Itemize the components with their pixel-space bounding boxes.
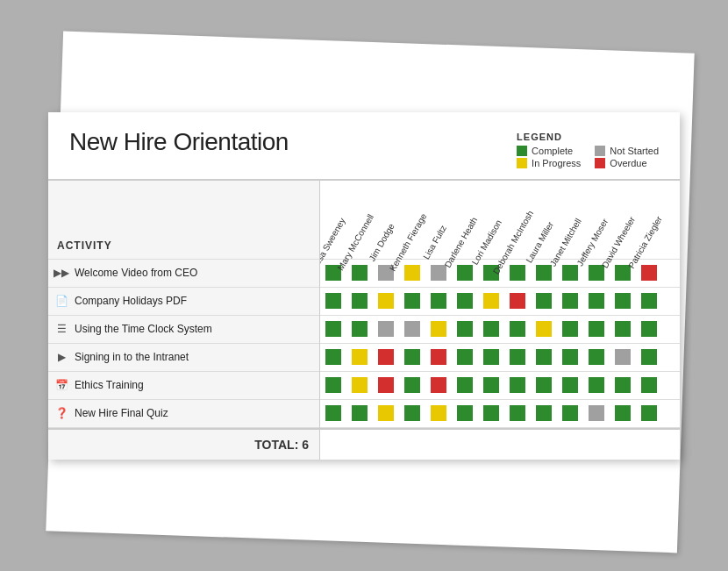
grid-row-3	[320, 344, 680, 372]
grid-cell-2-0	[320, 315, 346, 343]
grid-row-1	[320, 288, 680, 316]
status-box-3-11	[615, 349, 631, 365]
status-box-1-5	[457, 293, 473, 309]
status-box-4-1	[352, 377, 368, 393]
grid-cell-5-1	[346, 399, 373, 427]
status-box-5-9	[562, 405, 578, 421]
total-label: TOTAL: 6	[254, 438, 309, 452]
grid-cell-5-3	[399, 399, 425, 427]
status-box-4-3	[404, 377, 420, 393]
grid-cell-1-11	[610, 287, 636, 315]
grid-cell-4-3	[399, 371, 425, 399]
activity-label-3: Signing in to the Intranet	[75, 351, 189, 363]
status-box-2-9	[562, 321, 578, 337]
status-box-3-3	[404, 349, 420, 365]
status-box-2-10	[589, 321, 604, 337]
overdue-label: Overdue	[610, 158, 646, 168]
legend: LEGEND Complete Not Started In Progress …	[517, 128, 659, 168]
grid-cell-0-7	[504, 259, 531, 287]
grid-cell-3-7	[504, 343, 531, 371]
status-box-1-12	[641, 293, 657, 309]
grid-cell-1-5	[452, 287, 478, 315]
status-box-1-2	[378, 293, 394, 309]
activity-icon-3: ▶	[54, 351, 69, 363]
status-box-3-0	[325, 349, 341, 365]
grid-cell-4-10	[583, 371, 610, 399]
name-cell-12: Patricia Ziegler	[636, 235, 662, 255]
grid-cell-1-10	[583, 287, 610, 315]
status-box-5-7	[510, 405, 525, 421]
name-cell-6: Lori Madison	[478, 235, 504, 255]
status-box-5-10	[589, 405, 604, 421]
grid-cell-0-3	[399, 259, 425, 287]
grid-cell-3-3	[399, 343, 425, 371]
grid-cell-4-1	[346, 371, 373, 399]
grid-cell-4-9	[557, 371, 583, 399]
grid-cell-3-0	[320, 343, 346, 371]
name-cell-0: Lisa Sweeney	[320, 235, 346, 255]
status-box-0-12	[641, 265, 657, 281]
activity-row-4: 📅Ethics Training	[48, 372, 319, 400]
status-box-3-5	[457, 349, 473, 365]
activity-label-4: Ethics Training	[75, 379, 144, 391]
status-box-5-6	[483, 405, 499, 421]
grid-cell-3-8	[531, 343, 557, 371]
name-cell-7: Deborah McIntosh	[504, 235, 531, 255]
status-box-0-11	[615, 265, 631, 281]
status-box-1-6	[483, 293, 499, 309]
grid-cell-3-10	[583, 343, 610, 371]
status-box-1-1	[352, 293, 368, 309]
legend-not-started: Not Started	[595, 146, 659, 156]
status-box-1-4	[431, 293, 446, 309]
activity-row-2: ☰Using the Time Clock System	[48, 316, 319, 344]
grid-cell-3-9	[557, 343, 583, 371]
status-box-1-3	[404, 293, 420, 309]
status-box-4-11	[615, 377, 631, 393]
status-box-4-4	[431, 377, 446, 393]
status-box-1-0	[325, 293, 341, 309]
status-box-0-5	[457, 265, 473, 281]
grid-cell-1-2	[373, 287, 399, 315]
grid-row-2	[320, 316, 680, 344]
status-box-3-4	[431, 349, 446, 365]
status-box-2-4	[431, 321, 446, 337]
not-started-label: Not Started	[610, 146, 659, 156]
status-box-4-7	[510, 377, 525, 393]
name-cell-3: Kenneth Fierage	[399, 235, 425, 255]
grid-cell-1-4	[425, 287, 452, 315]
grid-cell-4-6	[478, 371, 504, 399]
grid-cell-4-0	[320, 371, 346, 399]
status-box-5-0	[325, 405, 341, 421]
grid-cell-3-6	[478, 343, 504, 371]
grid-rows	[320, 260, 680, 428]
status-box-5-2	[378, 405, 394, 421]
status-box-3-9	[562, 349, 578, 365]
status-box-1-9	[562, 293, 578, 309]
status-box-4-0	[325, 377, 341, 393]
grid-cell-3-11	[610, 343, 636, 371]
activity-label-5: New Hire Final Quiz	[75, 407, 168, 419]
activity-row-0: ▶▶Welcome Video from CEO	[48, 260, 319, 288]
status-box-2-12	[641, 321, 657, 337]
status-box-4-12	[641, 377, 657, 393]
activity-rows: ▶▶Welcome Video from CEO📄Company Holiday…	[48, 260, 319, 428]
activity-icon-4: 📅	[54, 379, 69, 391]
in-progress-label: In Progress	[532, 158, 581, 168]
grid-cell-5-0	[320, 399, 346, 427]
legend-in-progress: In Progress	[517, 158, 581, 168]
grid-cell-4-5	[452, 371, 478, 399]
grid-cell-5-11	[610, 399, 636, 427]
status-box-4-2	[378, 377, 394, 393]
status-box-5-1	[352, 405, 368, 421]
grid-cell-2-2	[373, 315, 399, 343]
name-cell-10: Jeffery Moser	[583, 235, 610, 255]
grid-cell-5-8	[531, 399, 557, 427]
grid-cell-4-2	[373, 371, 399, 399]
status-box-4-9	[562, 377, 578, 393]
grid-cell-5-9	[557, 399, 583, 427]
grid-cell-2-8	[531, 315, 557, 343]
grid-cell-5-10	[583, 399, 610, 427]
status-box-2-0	[325, 321, 341, 337]
total-grid-row-spacer	[320, 428, 680, 460]
grid-cell-4-11	[610, 371, 636, 399]
